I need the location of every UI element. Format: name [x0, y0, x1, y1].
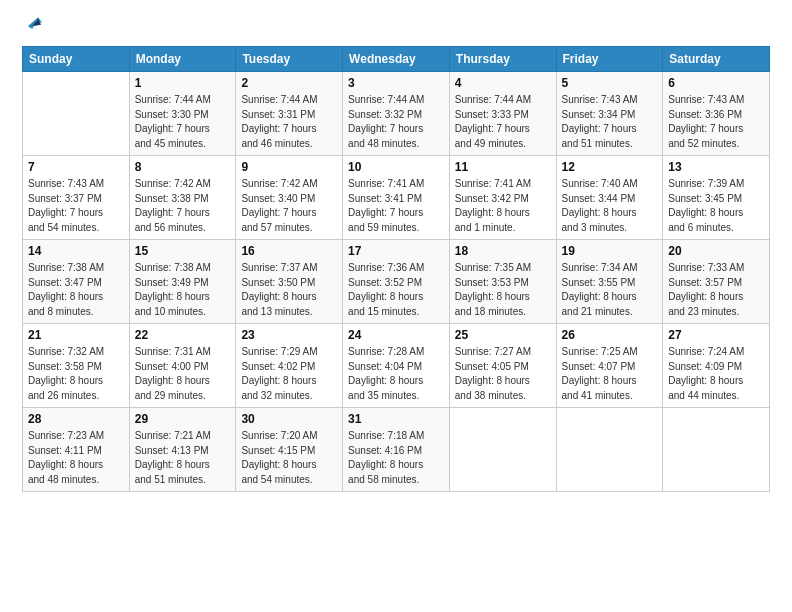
day-info: Sunrise: 7:43 AM Sunset: 3:36 PM Dayligh… [668, 93, 764, 151]
col-header-monday: Monday [129, 47, 236, 72]
day-info: Sunrise: 7:25 AM Sunset: 4:07 PM Dayligh… [562, 345, 658, 403]
week-row-4: 21Sunrise: 7:32 AM Sunset: 3:58 PM Dayli… [23, 324, 770, 408]
col-header-wednesday: Wednesday [343, 47, 450, 72]
day-number: 8 [135, 160, 231, 174]
day-number: 17 [348, 244, 444, 258]
day-cell [449, 408, 556, 492]
day-cell: 6Sunrise: 7:43 AM Sunset: 3:36 PM Daylig… [663, 72, 770, 156]
day-cell: 26Sunrise: 7:25 AM Sunset: 4:07 PM Dayli… [556, 324, 663, 408]
day-cell: 13Sunrise: 7:39 AM Sunset: 3:45 PM Dayli… [663, 156, 770, 240]
day-cell: 24Sunrise: 7:28 AM Sunset: 4:04 PM Dayli… [343, 324, 450, 408]
col-header-saturday: Saturday [663, 47, 770, 72]
col-header-tuesday: Tuesday [236, 47, 343, 72]
day-info: Sunrise: 7:34 AM Sunset: 3:55 PM Dayligh… [562, 261, 658, 319]
day-info: Sunrise: 7:18 AM Sunset: 4:16 PM Dayligh… [348, 429, 444, 487]
day-cell: 8Sunrise: 7:42 AM Sunset: 3:38 PM Daylig… [129, 156, 236, 240]
day-cell: 9Sunrise: 7:42 AM Sunset: 3:40 PM Daylig… [236, 156, 343, 240]
day-cell: 25Sunrise: 7:27 AM Sunset: 4:05 PM Dayli… [449, 324, 556, 408]
day-cell: 28Sunrise: 7:23 AM Sunset: 4:11 PM Dayli… [23, 408, 130, 492]
calendar-table: SundayMondayTuesdayWednesdayThursdayFrid… [22, 46, 770, 492]
day-number: 27 [668, 328, 764, 342]
day-cell: 4Sunrise: 7:44 AM Sunset: 3:33 PM Daylig… [449, 72, 556, 156]
day-cell: 10Sunrise: 7:41 AM Sunset: 3:41 PM Dayli… [343, 156, 450, 240]
day-info: Sunrise: 7:37 AM Sunset: 3:50 PM Dayligh… [241, 261, 337, 319]
day-info: Sunrise: 7:28 AM Sunset: 4:04 PM Dayligh… [348, 345, 444, 403]
day-number: 5 [562, 76, 658, 90]
day-cell: 23Sunrise: 7:29 AM Sunset: 4:02 PM Dayli… [236, 324, 343, 408]
day-info: Sunrise: 7:43 AM Sunset: 3:37 PM Dayligh… [28, 177, 124, 235]
day-cell: 16Sunrise: 7:37 AM Sunset: 3:50 PM Dayli… [236, 240, 343, 324]
day-number: 2 [241, 76, 337, 90]
day-number: 29 [135, 412, 231, 426]
page: SundayMondayTuesdayWednesdayThursdayFrid… [0, 0, 792, 612]
day-info: Sunrise: 7:40 AM Sunset: 3:44 PM Dayligh… [562, 177, 658, 235]
day-info: Sunrise: 7:31 AM Sunset: 4:00 PM Dayligh… [135, 345, 231, 403]
day-cell: 31Sunrise: 7:18 AM Sunset: 4:16 PM Dayli… [343, 408, 450, 492]
day-info: Sunrise: 7:20 AM Sunset: 4:15 PM Dayligh… [241, 429, 337, 487]
day-cell: 5Sunrise: 7:43 AM Sunset: 3:34 PM Daylig… [556, 72, 663, 156]
day-cell: 15Sunrise: 7:38 AM Sunset: 3:49 PM Dayli… [129, 240, 236, 324]
logo-icon [22, 10, 44, 32]
day-number: 26 [562, 328, 658, 342]
day-number: 22 [135, 328, 231, 342]
header [22, 18, 770, 36]
day-number: 3 [348, 76, 444, 90]
day-info: Sunrise: 7:44 AM Sunset: 3:31 PM Dayligh… [241, 93, 337, 151]
day-info: Sunrise: 7:39 AM Sunset: 3:45 PM Dayligh… [668, 177, 764, 235]
day-number: 30 [241, 412, 337, 426]
day-info: Sunrise: 7:36 AM Sunset: 3:52 PM Dayligh… [348, 261, 444, 319]
week-row-3: 14Sunrise: 7:38 AM Sunset: 3:47 PM Dayli… [23, 240, 770, 324]
day-info: Sunrise: 7:42 AM Sunset: 3:38 PM Dayligh… [135, 177, 231, 235]
day-info: Sunrise: 7:41 AM Sunset: 3:41 PM Dayligh… [348, 177, 444, 235]
day-cell: 1Sunrise: 7:44 AM Sunset: 3:30 PM Daylig… [129, 72, 236, 156]
day-cell: 12Sunrise: 7:40 AM Sunset: 3:44 PM Dayli… [556, 156, 663, 240]
day-cell: 17Sunrise: 7:36 AM Sunset: 3:52 PM Dayli… [343, 240, 450, 324]
day-info: Sunrise: 7:43 AM Sunset: 3:34 PM Dayligh… [562, 93, 658, 151]
day-cell: 14Sunrise: 7:38 AM Sunset: 3:47 PM Dayli… [23, 240, 130, 324]
day-cell: 29Sunrise: 7:21 AM Sunset: 4:13 PM Dayli… [129, 408, 236, 492]
col-header-thursday: Thursday [449, 47, 556, 72]
day-cell: 21Sunrise: 7:32 AM Sunset: 3:58 PM Dayli… [23, 324, 130, 408]
day-cell: 2Sunrise: 7:44 AM Sunset: 3:31 PM Daylig… [236, 72, 343, 156]
day-number: 10 [348, 160, 444, 174]
week-row-5: 28Sunrise: 7:23 AM Sunset: 4:11 PM Dayli… [23, 408, 770, 492]
day-number: 4 [455, 76, 551, 90]
day-cell [23, 72, 130, 156]
col-header-friday: Friday [556, 47, 663, 72]
day-info: Sunrise: 7:35 AM Sunset: 3:53 PM Dayligh… [455, 261, 551, 319]
logo [22, 18, 44, 36]
day-info: Sunrise: 7:44 AM Sunset: 3:32 PM Dayligh… [348, 93, 444, 151]
week-row-1: 1Sunrise: 7:44 AM Sunset: 3:30 PM Daylig… [23, 72, 770, 156]
day-info: Sunrise: 7:24 AM Sunset: 4:09 PM Dayligh… [668, 345, 764, 403]
day-info: Sunrise: 7:44 AM Sunset: 3:33 PM Dayligh… [455, 93, 551, 151]
week-row-2: 7Sunrise: 7:43 AM Sunset: 3:37 PM Daylig… [23, 156, 770, 240]
day-number: 9 [241, 160, 337, 174]
day-cell: 30Sunrise: 7:20 AM Sunset: 4:15 PM Dayli… [236, 408, 343, 492]
day-cell: 18Sunrise: 7:35 AM Sunset: 3:53 PM Dayli… [449, 240, 556, 324]
day-number: 15 [135, 244, 231, 258]
day-info: Sunrise: 7:41 AM Sunset: 3:42 PM Dayligh… [455, 177, 551, 235]
day-number: 19 [562, 244, 658, 258]
day-cell: 20Sunrise: 7:33 AM Sunset: 3:57 PM Dayli… [663, 240, 770, 324]
day-info: Sunrise: 7:33 AM Sunset: 3:57 PM Dayligh… [668, 261, 764, 319]
day-cell [556, 408, 663, 492]
day-number: 11 [455, 160, 551, 174]
day-info: Sunrise: 7:38 AM Sunset: 3:47 PM Dayligh… [28, 261, 124, 319]
day-number: 25 [455, 328, 551, 342]
header-row: SundayMondayTuesdayWednesdayThursdayFrid… [23, 47, 770, 72]
day-number: 23 [241, 328, 337, 342]
day-info: Sunrise: 7:32 AM Sunset: 3:58 PM Dayligh… [28, 345, 124, 403]
col-header-sunday: Sunday [23, 47, 130, 72]
day-info: Sunrise: 7:42 AM Sunset: 3:40 PM Dayligh… [241, 177, 337, 235]
day-info: Sunrise: 7:29 AM Sunset: 4:02 PM Dayligh… [241, 345, 337, 403]
day-number: 6 [668, 76, 764, 90]
day-info: Sunrise: 7:44 AM Sunset: 3:30 PM Dayligh… [135, 93, 231, 151]
day-number: 7 [28, 160, 124, 174]
day-number: 18 [455, 244, 551, 258]
day-number: 20 [668, 244, 764, 258]
day-info: Sunrise: 7:38 AM Sunset: 3:49 PM Dayligh… [135, 261, 231, 319]
day-info: Sunrise: 7:21 AM Sunset: 4:13 PM Dayligh… [135, 429, 231, 487]
day-info: Sunrise: 7:23 AM Sunset: 4:11 PM Dayligh… [28, 429, 124, 487]
day-cell [663, 408, 770, 492]
day-number: 31 [348, 412, 444, 426]
